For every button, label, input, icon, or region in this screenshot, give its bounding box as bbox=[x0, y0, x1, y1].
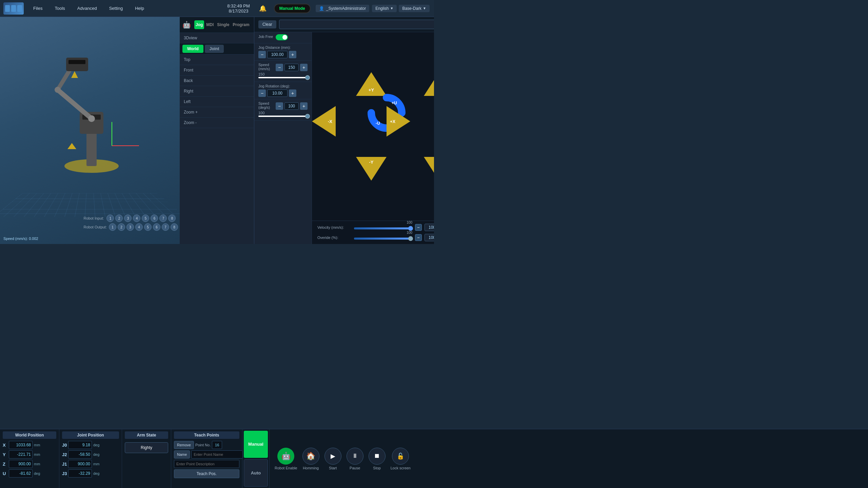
velocity-minus[interactable]: − bbox=[415, 224, 422, 231]
svg-rect-1 bbox=[11, 5, 16, 12]
svg-text:-U: -U bbox=[376, 121, 380, 126]
output-btn-1[interactable]: 1 bbox=[109, 223, 116, 231]
chevron-down-icon: ▼ bbox=[423, 6, 426, 10]
minus-y-button[interactable]: -Y bbox=[356, 157, 387, 181]
output-btn-3[interactable]: 3 bbox=[126, 223, 134, 231]
speed-mms-slider-val: 150 bbox=[258, 72, 308, 76]
3d-view[interactable]: Speed (mm/s): 0.002 Robot Input: 1 2 3 4… bbox=[0, 17, 180, 244]
minus-z-button[interactable]: -Z bbox=[424, 157, 434, 181]
jog-rotation-input[interactable] bbox=[267, 89, 288, 97]
robot-arm-svg bbox=[17, 37, 180, 183]
plus-x-button[interactable]: +X bbox=[387, 106, 410, 137]
speed-degs-minus[interactable]: − bbox=[276, 102, 283, 110]
input-btn-3[interactable]: 3 bbox=[124, 215, 132, 222]
side-right[interactable]: Right bbox=[180, 86, 254, 97]
user-display[interactable]: 👤 _SystemAdministrator bbox=[316, 5, 369, 12]
jog-top-bar: Clear bbox=[254, 17, 434, 32]
speed-degs-slider[interactable] bbox=[258, 116, 308, 117]
speed-mms-plus[interactable]: + bbox=[300, 64, 308, 71]
side-back[interactable]: Back bbox=[180, 76, 254, 86]
nav-help[interactable]: Help bbox=[132, 4, 147, 12]
tab-mdi[interactable]: MDI bbox=[205, 20, 215, 29]
svg-rect-0 bbox=[5, 5, 10, 12]
input-btn-4[interactable]: 4 bbox=[133, 215, 140, 222]
robot-output-label: Robot Output: bbox=[84, 225, 107, 229]
jog-distance-plus[interactable]: + bbox=[289, 51, 296, 58]
tab-jog[interactable]: Jog bbox=[194, 20, 204, 29]
minus-x-button[interactable]: -X bbox=[312, 106, 336, 137]
nav-setting[interactable]: Setting bbox=[106, 4, 125, 12]
speed-degs-section: Speed (deg/s) − + 100 bbox=[254, 99, 312, 121]
svg-marker-13 bbox=[71, 71, 78, 78]
jog-rotation-plus[interactable]: + bbox=[289, 89, 296, 97]
side-zoom-minus[interactable]: Zoom - bbox=[180, 118, 254, 128]
svg-marker-16 bbox=[67, 143, 76, 149]
velocity-slider[interactable]: 100 bbox=[354, 225, 412, 229]
svg-rect-2 bbox=[17, 5, 22, 12]
output-btn-5[interactable]: 5 bbox=[144, 223, 152, 231]
svg-text:+U: +U bbox=[392, 101, 397, 105]
jog-panel: Clear Job Free Jog Distance (mm): − bbox=[254, 17, 434, 244]
svg-point-10 bbox=[55, 87, 61, 93]
mode-tabs: Jog MDI Single Program bbox=[193, 19, 252, 30]
robot-input-label: Robot Input: bbox=[84, 216, 104, 220]
jog-distance-minus[interactable]: − bbox=[258, 51, 266, 58]
velocity-section: Velocity (mm/s): 100 − + bbox=[312, 221, 434, 244]
language-dropdown[interactable]: English ▼ bbox=[372, 5, 397, 12]
language-label: English bbox=[375, 6, 389, 11]
world-btn[interactable]: World bbox=[182, 45, 203, 53]
speed-degs-plus[interactable]: + bbox=[300, 102, 308, 110]
nav-advanced[interactable]: Advanced bbox=[75, 4, 100, 12]
speed-degs-slider-val: 100 bbox=[258, 111, 308, 115]
jog-rotation-minus[interactable]: − bbox=[258, 89, 266, 97]
tab-program[interactable]: Program bbox=[231, 20, 251, 29]
speed-mms-slider[interactable] bbox=[258, 77, 308, 78]
plus-z-button[interactable]: +Z bbox=[424, 72, 434, 96]
nav-tools[interactable]: Tools bbox=[52, 4, 67, 12]
output-btn-6[interactable]: 6 bbox=[153, 223, 160, 231]
input-btn-5[interactable]: 5 bbox=[142, 215, 149, 222]
svg-line-7 bbox=[58, 90, 92, 119]
nav-files[interactable]: Files bbox=[31, 4, 45, 12]
side-left[interactable]: Left bbox=[180, 97, 254, 107]
input-btn-1[interactable]: 1 bbox=[106, 215, 114, 222]
override-input[interactable] bbox=[425, 234, 434, 241]
input-btn-8[interactable]: 8 bbox=[168, 215, 176, 222]
override-slider[interactable]: 100 bbox=[354, 236, 412, 240]
output-btn-2[interactable]: 2 bbox=[118, 223, 125, 231]
speed-mms-label: Speed (mm/s) bbox=[258, 63, 276, 71]
side-zoom-plus[interactable]: Zoom + bbox=[180, 107, 254, 118]
jog-distance-section: Jog Distance (mm): − + bbox=[254, 43, 312, 61]
speed-mms-input[interactable] bbox=[284, 64, 299, 71]
velocity-input[interactable] bbox=[425, 224, 434, 231]
input-btn-6[interactable]: 6 bbox=[151, 215, 158, 222]
output-btn-8[interactable]: 8 bbox=[171, 223, 178, 231]
side-3dview[interactable]: 3Dview bbox=[180, 33, 254, 43]
speed-mms-section: Speed (mm/s) − + 150 bbox=[254, 61, 312, 82]
svg-rect-12 bbox=[68, 60, 85, 64]
output-btn-7[interactable]: 7 bbox=[162, 223, 169, 231]
joint-btn[interactable]: Joint bbox=[205, 45, 224, 53]
override-slider-max: 100 bbox=[407, 231, 412, 235]
theme-dropdown[interactable]: Base-Dark ▼ bbox=[399, 5, 430, 12]
clear-input[interactable] bbox=[279, 20, 434, 29]
side-top[interactable]: Top bbox=[180, 55, 254, 65]
datetime: 8:32:49 PM 8/17/2023 bbox=[227, 3, 250, 14]
output-btn-4[interactable]: 4 bbox=[135, 223, 143, 231]
speed-label: Speed (mm/s): 0.002 bbox=[3, 237, 38, 241]
top-nav: Files Tools Advanced Setting Help bbox=[31, 4, 222, 12]
clear-button[interactable]: Clear bbox=[258, 20, 276, 28]
job-free-label: Job Free bbox=[258, 35, 273, 39]
speed-degs-input[interactable] bbox=[284, 102, 299, 110]
jog-rotation-section: Jog Rotation (deg): − + bbox=[254, 82, 312, 99]
plus-x-label: +X bbox=[390, 119, 395, 124]
input-btn-2[interactable]: 2 bbox=[115, 215, 123, 222]
tab-single[interactable]: Single bbox=[216, 20, 231, 29]
speed-mms-minus[interactable]: − bbox=[276, 64, 283, 71]
notification-bell[interactable]: 🔔 bbox=[259, 5, 267, 12]
job-free-toggle[interactable] bbox=[276, 34, 288, 40]
override-minus[interactable]: − bbox=[415, 234, 422, 241]
jog-distance-input[interactable] bbox=[267, 51, 288, 58]
input-btn-7[interactable]: 7 bbox=[159, 215, 167, 222]
side-front[interactable]: Front bbox=[180, 65, 254, 76]
